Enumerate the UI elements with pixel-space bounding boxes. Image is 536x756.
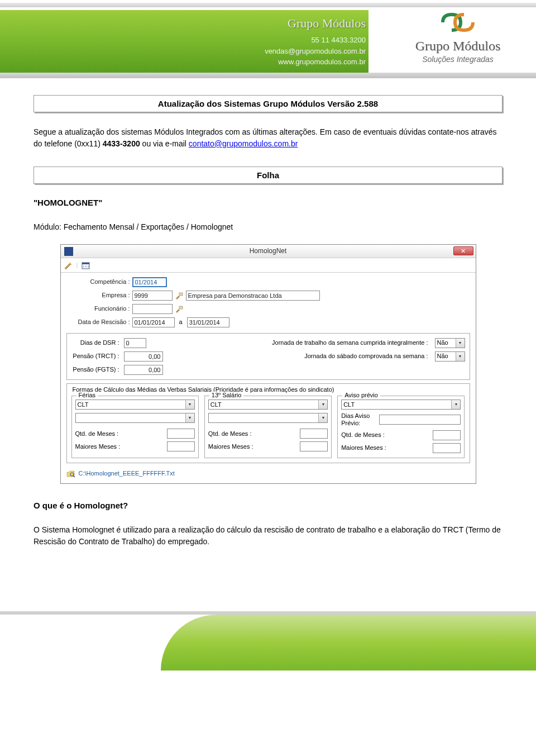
chevron-down-icon: ▾	[185, 413, 194, 422]
intro-text-after: ou via e-mail	[140, 139, 189, 148]
page-footer	[0, 603, 536, 671]
select-ferias-clt-value: CLT	[78, 401, 89, 408]
label-dias-dsr: Dias de DSR :	[71, 339, 119, 346]
label-date-separator: a	[175, 318, 187, 326]
select-aviso-clt[interactable]: CLT ▾	[341, 400, 461, 410]
panel-dsr-pensao: Dias de DSR : Jornada de trabalho da sem…	[66, 333, 470, 380]
input-ferias-qtd[interactable]	[167, 429, 195, 439]
select-jornada-sabado-value: Não	[437, 353, 448, 360]
svg-point-1	[71, 264, 72, 265]
module-path: Módulo: Fechamento Mensal / Exportações …	[34, 221, 502, 233]
label-ferias-qtd: Qtd. de Meses :	[75, 430, 167, 438]
label-calc-title: Formas de Cálculo das Médias da Verbas S…	[73, 386, 465, 393]
lookup-icon[interactable]	[175, 292, 184, 299]
select-13-2[interactable]: ▾	[208, 413, 328, 423]
label-jornada-trabalho: Jornada de trabalho da semana cumprida i…	[151, 339, 430, 346]
lookup-icon[interactable]	[175, 305, 184, 313]
header-company-name: Grupo Módulos	[240, 14, 366, 32]
select-aviso-clt-value: CLT	[343, 401, 355, 408]
chevron-down-icon: ▾	[185, 400, 194, 409]
close-button[interactable]: ✕	[453, 246, 473, 255]
header-contact-info: Grupo Módulos 55 11 4433.3200 vendas@gru…	[240, 14, 366, 68]
chevron-down-icon: ▾	[456, 339, 465, 348]
dialog-title: HomologNet	[61, 247, 476, 255]
label-competencia: Competência :	[66, 278, 132, 286]
svg-rect-7	[179, 293, 183, 296]
label-aviso-maiores: Maiores Meses :	[341, 444, 433, 451]
input-empresa-code[interactable]	[132, 291, 173, 301]
input-13-maiores[interactable]	[300, 441, 328, 451]
section-folha-label: Folha	[257, 170, 279, 180]
intro-email-link[interactable]: contato@grupomodulos.com.br	[189, 139, 298, 148]
select-13-clt[interactable]: CLT ▾	[208, 400, 328, 410]
input-empresa-name[interactable]	[186, 291, 320, 301]
select-jornada-trabalho[interactable]: Não ▾	[435, 338, 465, 348]
fieldset-aviso-previo: Aviso prévio CLT ▾ Dias Aviso Prévio: Qt…	[337, 396, 465, 458]
input-dias-dsr[interactable]	[124, 338, 146, 348]
dialog-body: Competência : Empresa : Funcionário :	[61, 273, 476, 483]
legend-aviso: Aviso prévio	[342, 392, 380, 399]
answer-paragraph: O Sistema Homolognet é utilizado para a …	[34, 524, 502, 548]
input-ferias-maiores[interactable]	[167, 441, 195, 451]
logo-text: Grupo Módulos	[394, 39, 522, 54]
input-aviso-qtd[interactable]	[433, 430, 461, 440]
label-13-maiores: Maiores Meses :	[208, 443, 300, 450]
dialog-titlebar: HomologNet ✕	[61, 245, 476, 258]
input-date-from[interactable]	[132, 317, 175, 327]
intro-phone: 4433-3200	[103, 139, 140, 148]
calendar-icon[interactable]	[81, 261, 91, 270]
input-13-qtd[interactable]	[300, 429, 328, 439]
input-pensao-fgts[interactable]	[124, 365, 163, 375]
select-jornada-sabado[interactable]: Não ▾	[435, 351, 465, 362]
label-pensao-fgts: Pensão (FGTS) :	[71, 366, 119, 373]
select-ferias-clt[interactable]: CLT ▾	[75, 400, 195, 410]
select-jornada-trabalho-value: Não	[437, 339, 448, 346]
fieldset-13salario: 13º Salário CLT ▾ ▾ Qtd. de Meses : Maio…	[204, 396, 332, 458]
fieldset-ferias: Férias CLT ▾ ▾ Qtd. de Meses : Maiores M…	[71, 396, 199, 458]
label-aviso-qtd: Qtd. de Meses :	[341, 431, 433, 439]
page-title: Atualização dos Sistemas Grupo Módulos V…	[158, 99, 378, 108]
file-path-text: C:\Homolognet_EEEE_FFFFFF.Txt	[79, 470, 175, 477]
input-competencia[interactable]	[132, 277, 167, 287]
dialog-main-form: Competência : Empresa : Funcionário :	[66, 277, 470, 327]
header-phone: 55 11 4433.3200	[240, 35, 366, 46]
footer-gray-strip	[0, 611, 536, 615]
input-aviso-maiores[interactable]	[433, 443, 461, 453]
page-title-box: Atualização dos Sistemas Grupo Módulos V…	[34, 95, 502, 112]
section-folha-box: Folha	[34, 167, 502, 184]
header-band: Grupo Módulos 55 11 4433.3200 vendas@gru…	[0, 0, 536, 78]
panel-calculo-medias: Formas de Cálculo das Médias da Verbas S…	[66, 383, 470, 463]
homolognet-dialog: HomologNet ✕ | Competência :	[60, 244, 476, 484]
folder-search-icon[interactable]	[66, 470, 75, 478]
label-data-rescisao: Data de Rescisão :	[66, 318, 132, 326]
svg-rect-3	[82, 263, 89, 264]
input-date-to[interactable]	[187, 317, 229, 327]
chevron-down-icon: ▾	[451, 400, 460, 409]
content-area: Atualização dos Sistemas Grupo Módulos V…	[0, 95, 536, 581]
label-funcionario: Funcionário :	[66, 305, 132, 312]
intro-paragraph: Segue a atualização dos sistemas Módulos…	[34, 126, 502, 150]
label-jornada-sabado: Jornada do sábado comprovada na semana :	[168, 353, 430, 360]
label-13-qtd: Qtd. de Meses :	[208, 430, 300, 438]
svg-rect-8	[179, 306, 183, 309]
wand-icon[interactable]	[63, 261, 73, 270]
label-dias-aviso: Dias Aviso Prévio:	[341, 412, 377, 427]
dialog-screenshot: HomologNet ✕ | Competência :	[60, 244, 476, 484]
logo-subtitle: Soluções Integradas	[394, 55, 522, 64]
svg-point-0	[70, 262, 71, 263]
input-funcionario[interactable]	[132, 304, 173, 314]
legend-13salario: 13º Salário	[209, 392, 244, 399]
label-empresa: Empresa :	[66, 292, 132, 299]
select-ferias-2[interactable]: ▾	[75, 413, 195, 423]
chevron-down-icon: ▾	[318, 400, 327, 409]
input-dias-aviso[interactable]	[379, 415, 461, 425]
logo-icon	[430, 8, 486, 36]
tri-columns: Férias CLT ▾ ▾ Qtd. de Meses : Maiores M…	[71, 396, 465, 458]
label-pensao-trct: Pensão (TRCT) :	[71, 353, 119, 360]
header-website: www.grupomodulos.com.br	[240, 56, 366, 68]
chevron-down-icon: ▾	[456, 352, 465, 361]
input-pensao-trct[interactable]	[124, 351, 163, 362]
question-heading: O que é o Homolognet?	[34, 501, 502, 510]
dialog-toolbar: |	[61, 258, 476, 273]
subsection-homolognet: "HOMOLOGNET"	[34, 198, 502, 207]
